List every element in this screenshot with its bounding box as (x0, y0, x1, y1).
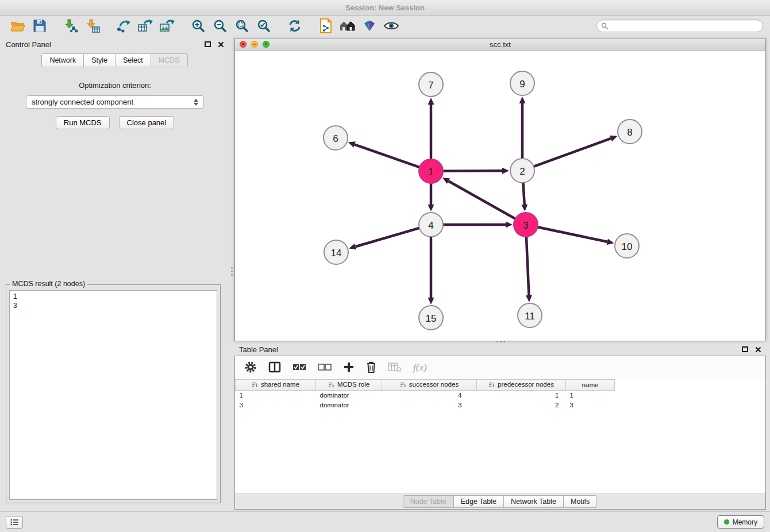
table-row[interactable]: 3dominator323 (236, 400, 766, 410)
table-cell[interactable]: 3 (236, 400, 316, 410)
tab-select[interactable]: Select (115, 53, 151, 67)
column-header-successor-nodes[interactable]: successor nodes (382, 380, 477, 391)
style-button[interactable] (359, 17, 380, 34)
table-panel-title: Table Panel (239, 345, 278, 354)
app-titlebar[interactable]: Session: New Session (0, 0, 770, 16)
export-table-button[interactable] (134, 17, 156, 34)
network-window-titlebar[interactable]: × − + scc.txt (235, 38, 765, 51)
header-filler (615, 380, 766, 391)
table-cell[interactable]: dominator (316, 400, 382, 410)
zoom-fit-button[interactable] (231, 17, 253, 34)
import-network-button[interactable] (60, 17, 82, 34)
column-visibility-icon (268, 361, 281, 373)
close-panel-button[interactable]: Close panel (119, 116, 175, 129)
tab-mcds[interactable]: MCDS (151, 53, 188, 67)
zoom-out-button[interactable] (209, 17, 231, 34)
vertical-splitter-grip[interactable] (231, 267, 233, 276)
search-box[interactable] (596, 20, 763, 32)
tab-style[interactable]: Style (83, 53, 116, 67)
table-settings-button[interactable] (244, 361, 257, 375)
column-header-mcds-role[interactable]: MCDS role (316, 380, 382, 391)
criterion-dropdown[interactable]: strongly connected component (26, 95, 204, 109)
sort-icon (328, 381, 334, 388)
table-cell[interactable]: 4 (382, 391, 477, 400)
export-image-button[interactable] (156, 17, 178, 34)
network-edge[interactable] (443, 171, 502, 171)
open-session-button[interactable] (7, 17, 29, 34)
save-session-button[interactable] (29, 17, 51, 34)
refresh-layout-button[interactable] (284, 17, 306, 34)
table-cell[interactable]: 3 (566, 400, 615, 410)
run-mcds-button[interactable]: Run MCDS (56, 116, 110, 129)
add-column-button[interactable] (343, 361, 355, 375)
float-panel-icon[interactable] (205, 41, 211, 47)
delete-table-button[interactable] (388, 362, 402, 374)
table-row[interactable]: 1dominator411 (236, 391, 766, 400)
column-header-predecessor-nodes[interactable]: predecessor nodes (477, 380, 566, 391)
show-hide-panel-button[interactable] (380, 17, 402, 34)
tab-network-table[interactable]: Network Table (503, 495, 564, 508)
zoom-selected-button[interactable] (253, 17, 275, 34)
import-table-button[interactable] (82, 17, 103, 34)
zoom-in-button[interactable] (187, 17, 209, 34)
table-cell[interactable]: 3 (382, 400, 477, 410)
network-canvas[interactable]: 1234678910111415 (235, 51, 765, 341)
column-header-name[interactable]: name (566, 380, 615, 391)
close-window-button[interactable]: × (240, 41, 247, 48)
table-cell[interactable]: 1 (566, 391, 615, 400)
network-node[interactable]: 2 (510, 159, 534, 183)
table-cell[interactable]: 1 (477, 391, 566, 400)
vertical-splitter[interactable] (230, 36, 234, 511)
delete-column-button[interactable] (366, 361, 376, 375)
mcds-result-title: MCDS result (2 nodes) (10, 280, 87, 288)
show-panels-button[interactable] (6, 516, 23, 529)
mcds-result-list[interactable]: 13 (9, 290, 217, 500)
network-node[interactable]: 11 (518, 303, 542, 327)
network-node[interactable]: 8 (618, 119, 642, 144)
network-edge[interactable] (526, 237, 529, 295)
network-node[interactable]: 14 (324, 240, 348, 264)
table-cell[interactable]: 1 (236, 391, 316, 400)
network-node[interactable]: 9 (510, 71, 534, 95)
network-node[interactable]: 6 (324, 126, 348, 150)
table-cell[interactable]: 2 (477, 400, 566, 410)
deselect-all-button[interactable] (318, 362, 332, 374)
network-node[interactable]: 1 (419, 159, 443, 183)
tab-network[interactable]: Network (41, 53, 84, 67)
network-node[interactable]: 4 (419, 213, 443, 237)
column-header-shared-name[interactable]: shared name (236, 380, 316, 391)
close-table-panel-icon[interactable] (755, 346, 761, 353)
network-edge[interactable] (355, 145, 419, 168)
network-edge[interactable] (448, 181, 515, 219)
node-label: 14 (331, 248, 342, 259)
float-table-panel-icon[interactable] (742, 346, 748, 352)
network-window: × − + scc.txt 1234678910111415 (234, 38, 766, 341)
network-edge[interactable] (538, 227, 607, 241)
network-edge[interactable] (356, 228, 419, 246)
table-cell[interactable]: dominator (316, 391, 382, 400)
minimize-window-button[interactable]: − (251, 41, 258, 48)
search-input[interactable] (611, 22, 759, 30)
main-toolbar (0, 16, 770, 36)
edge-arrowhead-icon (607, 238, 614, 245)
select-all-button[interactable] (292, 362, 306, 374)
network-node[interactable]: 15 (419, 306, 443, 330)
network-node[interactable]: 7 (419, 72, 443, 97)
horizontal-splitter-grip[interactable] (496, 341, 505, 342)
tab-edge-table[interactable]: Edge Table (453, 495, 504, 508)
zoom-window-button[interactable]: + (263, 41, 270, 48)
network-edge[interactable] (534, 138, 611, 167)
tab-node-table[interactable]: Node Table (403, 495, 454, 508)
network-node[interactable]: 10 (615, 234, 639, 258)
column-visibility-button[interactable] (268, 361, 281, 375)
zoom-selected-icon (257, 19, 271, 33)
nested-network-button[interactable] (337, 17, 359, 34)
close-panel-icon[interactable] (218, 41, 224, 48)
tab-motifs[interactable]: Motifs (563, 495, 597, 508)
export-network-button[interactable] (113, 17, 134, 34)
network-node[interactable]: 3 (514, 213, 538, 237)
network-overview-button[interactable] (315, 17, 337, 34)
network-edge[interactable] (523, 183, 524, 205)
memory-button[interactable]: Memory (717, 515, 764, 529)
function-builder-button[interactable]: f(x) (413, 362, 427, 373)
